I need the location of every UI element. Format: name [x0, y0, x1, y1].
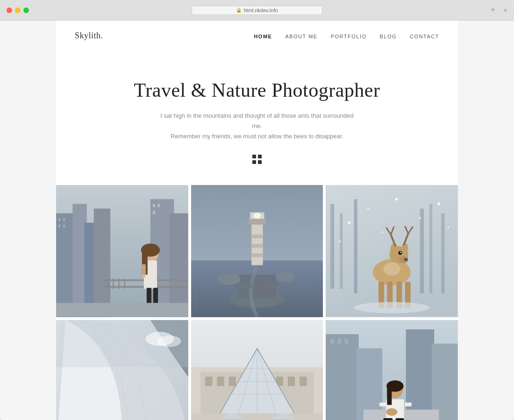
hero-subtitle: I sat high in the mountains and thought … — [159, 111, 355, 142]
svg-rect-41 — [249, 218, 265, 225]
svg-point-45 — [276, 272, 294, 282]
svg-point-60 — [339, 241, 341, 242]
photo-grid — [56, 185, 458, 420]
svg-rect-131 — [396, 418, 404, 420]
nav-portfolio[interactable]: PORTFOLIO — [331, 34, 367, 39]
svg-point-68 — [400, 252, 401, 253]
site-logo[interactable]: Skylith. — [75, 31, 103, 41]
svg-point-56 — [367, 208, 369, 210]
svg-point-58 — [419, 217, 421, 219]
photo-lighthouse[interactable] — [191, 185, 323, 317]
svg-rect-11 — [58, 218, 60, 221]
photo-fabric[interactable] — [56, 320, 188, 420]
svg-rect-94 — [288, 377, 295, 386]
svg-rect-50 — [340, 214, 343, 289]
svg-rect-12 — [58, 225, 60, 228]
svg-rect-15 — [153, 204, 155, 207]
svg-point-62 — [381, 231, 383, 233]
close-dot[interactable] — [7, 7, 12, 13]
svg-rect-30 — [142, 264, 146, 278]
grid-icon[interactable] — [252, 155, 262, 166]
svg-point-59 — [438, 203, 441, 206]
minimize-dot[interactable] — [15, 7, 21, 13]
svg-rect-119 — [330, 339, 334, 343]
svg-rect-130 — [383, 418, 393, 420]
svg-rect-40 — [251, 254, 263, 257]
hero-section: Travel & Nature Photographer I sat high … — [56, 51, 458, 185]
svg-rect-49 — [330, 204, 334, 289]
svg-point-61 — [448, 227, 450, 228]
svg-rect-23 — [124, 278, 125, 289]
svg-point-82 — [383, 263, 400, 276]
svg-rect-17 — [153, 211, 155, 214]
svg-rect-127 — [379, 403, 387, 406]
svg-point-46 — [234, 283, 252, 290]
svg-rect-118 — [432, 343, 458, 420]
nav-blog[interactable]: BLOG — [380, 34, 397, 39]
browser-chrome: 🔒 html.nkdev.info × + — [0, 0, 514, 21]
svg-rect-53 — [429, 204, 432, 294]
url-bar[interactable]: 🔒 html.nkdev.info — [192, 6, 322, 15]
svg-rect-20 — [107, 278, 108, 289]
new-tab-button[interactable]: + — [490, 5, 495, 15]
svg-rect-21 — [113, 278, 114, 289]
svg-rect-2 — [252, 160, 256, 164]
svg-rect-126 — [387, 386, 392, 405]
svg-rect-14 — [63, 225, 65, 228]
nav-about[interactable]: ABOUT ME — [285, 34, 317, 39]
svg-rect-95 — [300, 377, 307, 386]
maximize-dot[interactable] — [23, 7, 29, 13]
svg-rect-39 — [251, 244, 263, 248]
svg-rect-117 — [406, 329, 435, 420]
svg-rect-31 — [56, 303, 188, 317]
lock-icon: 🔒 — [236, 7, 242, 13]
photo-pyramid[interactable] — [191, 320, 323, 420]
hero-title: Travel & Nature Photographer — [75, 79, 439, 101]
svg-rect-8 — [94, 209, 110, 317]
nav-contact[interactable]: CONTACT — [410, 34, 439, 39]
tab-close-button[interactable]: × — [504, 7, 507, 14]
svg-point-86 — [157, 335, 181, 347]
svg-rect-104 — [191, 413, 323, 420]
svg-rect-54 — [442, 214, 445, 294]
svg-point-47 — [263, 281, 279, 287]
svg-rect-3 — [258, 160, 262, 164]
svg-point-70 — [402, 243, 408, 253]
svg-rect-10 — [169, 214, 188, 317]
svg-point-66 — [404, 258, 408, 261]
photo-deer[interactable] — [326, 185, 458, 317]
svg-rect-116 — [357, 349, 383, 420]
browser-traffic-lights — [0, 7, 29, 13]
svg-rect-22 — [118, 278, 120, 289]
photo-city2[interactable] — [326, 320, 458, 420]
svg-rect-90 — [205, 377, 212, 386]
svg-rect-121 — [345, 339, 349, 343]
browser-content: Skylith. HOME ABOUT ME PORTFOLIO BLOG CO… — [0, 21, 514, 420]
svg-rect-0 — [252, 155, 256, 158]
url-text: html.nkdev.info — [243, 7, 278, 13]
svg-rect-128 — [405, 403, 412, 406]
nav-links: HOME ABOUT ME PORTFOLIO BLOG CONTACT — [254, 32, 439, 40]
svg-rect-115 — [326, 334, 359, 420]
nav-home[interactable]: HOME — [254, 34, 272, 39]
svg-rect-1 — [258, 155, 262, 158]
svg-rect-52 — [420, 209, 424, 294]
svg-point-43 — [253, 213, 261, 219]
main-nav: Skylith. HOME ABOUT ME PORTFOLIO BLOG CO… — [56, 21, 458, 51]
svg-rect-38 — [251, 235, 263, 238]
svg-rect-5 — [56, 214, 75, 317]
site-wrapper: Skylith. HOME ABOUT ME PORTFOLIO BLOG CO… — [56, 21, 458, 420]
svg-rect-91 — [217, 377, 224, 386]
svg-point-44 — [217, 274, 240, 285]
svg-rect-16 — [157, 204, 160, 207]
svg-point-129 — [386, 408, 398, 416]
photo-city1[interactable] — [56, 185, 188, 317]
svg-rect-13 — [63, 218, 65, 221]
svg-rect-120 — [338, 339, 342, 343]
svg-rect-51 — [354, 199, 357, 294]
svg-point-57 — [395, 198, 398, 201]
svg-point-81 — [354, 302, 430, 313]
svg-rect-92 — [228, 377, 236, 386]
svg-point-55 — [348, 221, 351, 224]
